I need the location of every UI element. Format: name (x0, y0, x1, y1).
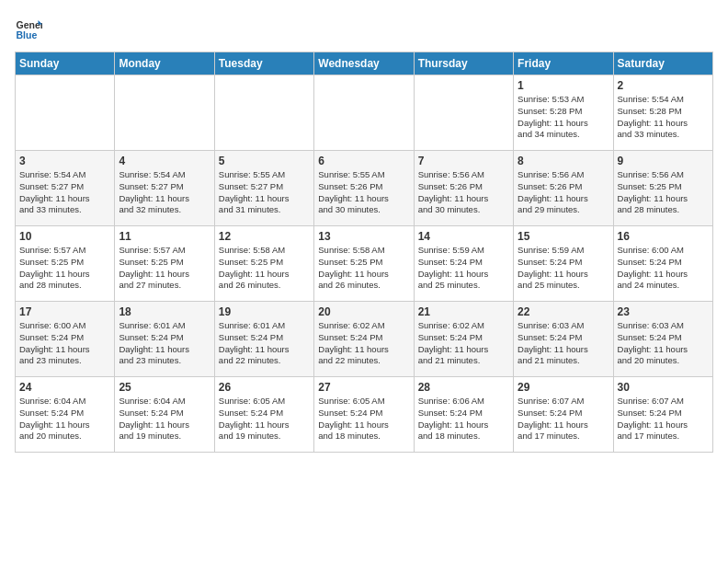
calendar-cell: 8Sunrise: 5:56 AM Sunset: 5:26 PM Daylig… (514, 151, 613, 226)
calendar-cell: 17Sunrise: 6:00 AM Sunset: 5:24 PM Dayli… (16, 302, 115, 377)
weekday-header-tuesday: Tuesday (214, 52, 313, 75)
weekday-header-saturday: Saturday (613, 52, 712, 75)
day-number: 23 (618, 305, 709, 318)
day-number: 30 (618, 381, 709, 394)
calendar-cell: 22Sunrise: 6:03 AM Sunset: 5:24 PM Dayli… (514, 302, 613, 377)
day-number: 5 (219, 155, 310, 167)
calendar-cell: 11Sunrise: 5:57 AM Sunset: 5:25 PM Dayli… (115, 226, 214, 302)
calendar-cell: 19Sunrise: 6:01 AM Sunset: 5:24 PM Dayli… (214, 302, 313, 377)
day-info: Sunrise: 6:00 AM Sunset: 5:24 PM Dayligh… (19, 320, 110, 367)
calendar-cell: 9Sunrise: 5:56 AM Sunset: 5:25 PM Daylig… (613, 151, 712, 226)
calendar-cell: 14Sunrise: 5:59 AM Sunset: 5:24 PM Dayli… (414, 226, 513, 302)
calendar-cell: 4Sunrise: 5:54 AM Sunset: 5:27 PM Daylig… (115, 151, 214, 226)
calendar-cell: 30Sunrise: 6:07 AM Sunset: 5:24 PM Dayli… (613, 377, 712, 453)
calendar-cell: 28Sunrise: 6:06 AM Sunset: 5:24 PM Dayli… (414, 377, 513, 453)
day-number: 10 (19, 230, 110, 243)
day-info: Sunrise: 5:57 AM Sunset: 5:25 PM Dayligh… (19, 245, 110, 292)
day-number: 3 (19, 155, 110, 167)
day-number: 22 (518, 305, 609, 318)
day-info: Sunrise: 6:05 AM Sunset: 5:24 PM Dayligh… (219, 396, 310, 442)
calendar-cell (414, 75, 513, 151)
calendar-week-2: 3Sunrise: 5:54 AM Sunset: 5:27 PM Daylig… (16, 151, 713, 226)
logo: General Blue (15, 15, 42, 42)
day-number: 11 (119, 230, 210, 243)
day-info: Sunrise: 6:04 AM Sunset: 5:24 PM Dayligh… (19, 396, 110, 442)
calendar-cell: 3Sunrise: 5:54 AM Sunset: 5:27 PM Daylig… (16, 151, 115, 226)
day-number: 14 (418, 230, 509, 243)
calendar-cell: 16Sunrise: 6:00 AM Sunset: 5:24 PM Dayli… (613, 226, 712, 302)
day-number: 18 (119, 305, 210, 318)
day-info: Sunrise: 5:53 AM Sunset: 5:28 PM Dayligh… (518, 94, 609, 141)
day-info: Sunrise: 6:00 AM Sunset: 5:24 PM Dayligh… (618, 245, 709, 292)
calendar-cell: 29Sunrise: 6:07 AM Sunset: 5:24 PM Dayli… (514, 377, 613, 453)
day-info: Sunrise: 6:01 AM Sunset: 5:24 PM Dayligh… (119, 320, 210, 367)
day-info: Sunrise: 6:04 AM Sunset: 5:24 PM Dayligh… (119, 396, 210, 442)
day-info: Sunrise: 5:55 AM Sunset: 5:26 PM Dayligh… (318, 169, 409, 216)
calendar-cell (16, 75, 115, 151)
weekday-header-thursday: Thursday (414, 52, 513, 75)
page-header: General Blue (15, 15, 713, 42)
calendar-cell: 7Sunrise: 5:56 AM Sunset: 5:26 PM Daylig… (414, 151, 513, 226)
day-info: Sunrise: 6:03 AM Sunset: 5:24 PM Dayligh… (618, 320, 709, 367)
calendar-cell: 20Sunrise: 6:02 AM Sunset: 5:24 PM Dayli… (314, 302, 414, 377)
calendar-week-3: 10Sunrise: 5:57 AM Sunset: 5:25 PM Dayli… (16, 226, 713, 302)
calendar-cell: 13Sunrise: 5:58 AM Sunset: 5:25 PM Dayli… (314, 226, 414, 302)
calendar-cell: 1Sunrise: 5:53 AM Sunset: 5:28 PM Daylig… (514, 75, 613, 151)
calendar-cell (115, 75, 214, 151)
day-info: Sunrise: 5:54 AM Sunset: 5:27 PM Dayligh… (19, 169, 110, 216)
weekday-header-friday: Friday (514, 52, 613, 75)
day-info: Sunrise: 5:59 AM Sunset: 5:24 PM Dayligh… (418, 245, 509, 292)
calendar-week-4: 17Sunrise: 6:00 AM Sunset: 5:24 PM Dayli… (16, 302, 713, 377)
calendar-cell: 25Sunrise: 6:04 AM Sunset: 5:24 PM Dayli… (115, 377, 214, 453)
calendar-cell: 27Sunrise: 6:05 AM Sunset: 5:24 PM Dayli… (314, 377, 414, 453)
calendar-cell: 2Sunrise: 5:54 AM Sunset: 5:28 PM Daylig… (613, 75, 712, 151)
day-number: 25 (119, 381, 210, 394)
day-number: 27 (318, 381, 409, 394)
day-number: 1 (518, 79, 609, 92)
weekday-header-monday: Monday (115, 52, 214, 75)
day-info: Sunrise: 5:56 AM Sunset: 5:25 PM Dayligh… (618, 169, 709, 216)
day-info: Sunrise: 5:56 AM Sunset: 5:26 PM Dayligh… (518, 169, 609, 216)
day-number: 26 (219, 381, 310, 394)
day-number: 17 (19, 305, 110, 318)
calendar-cell: 23Sunrise: 6:03 AM Sunset: 5:24 PM Dayli… (613, 302, 712, 377)
day-info: Sunrise: 6:03 AM Sunset: 5:24 PM Dayligh… (518, 320, 609, 367)
day-number: 4 (119, 155, 210, 167)
day-info: Sunrise: 6:05 AM Sunset: 5:24 PM Dayligh… (318, 396, 409, 442)
calendar-cell (314, 75, 414, 151)
day-info: Sunrise: 5:55 AM Sunset: 5:27 PM Dayligh… (219, 169, 310, 216)
calendar-cell: 6Sunrise: 5:55 AM Sunset: 5:26 PM Daylig… (314, 151, 414, 226)
calendar-cell: 24Sunrise: 6:04 AM Sunset: 5:24 PM Dayli… (16, 377, 115, 453)
day-number: 16 (618, 230, 709, 243)
calendar-cell: 5Sunrise: 5:55 AM Sunset: 5:27 PM Daylig… (214, 151, 313, 226)
calendar-cell: 15Sunrise: 5:59 AM Sunset: 5:24 PM Dayli… (514, 226, 613, 302)
day-info: Sunrise: 6:02 AM Sunset: 5:24 PM Dayligh… (318, 320, 409, 367)
day-info: Sunrise: 5:54 AM Sunset: 5:27 PM Dayligh… (119, 169, 210, 216)
day-number: 7 (418, 155, 509, 167)
calendar-cell (214, 75, 313, 151)
day-info: Sunrise: 5:54 AM Sunset: 5:28 PM Dayligh… (618, 94, 709, 141)
day-info: Sunrise: 6:07 AM Sunset: 5:24 PM Dayligh… (518, 396, 609, 442)
day-number: 13 (318, 230, 409, 243)
day-number: 9 (618, 155, 709, 167)
day-number: 12 (219, 230, 310, 243)
calendar-cell: 18Sunrise: 6:01 AM Sunset: 5:24 PM Dayli… (115, 302, 214, 377)
logo-icon: General Blue (15, 15, 42, 42)
calendar-week-1: 1Sunrise: 5:53 AM Sunset: 5:28 PM Daylig… (16, 75, 713, 151)
day-info: Sunrise: 5:59 AM Sunset: 5:24 PM Dayligh… (518, 245, 609, 292)
day-info: Sunrise: 5:58 AM Sunset: 5:25 PM Dayligh… (318, 245, 409, 292)
calendar-cell: 21Sunrise: 6:02 AM Sunset: 5:24 PM Dayli… (414, 302, 513, 377)
day-number: 29 (518, 381, 609, 394)
day-info: Sunrise: 5:58 AM Sunset: 5:25 PM Dayligh… (219, 245, 310, 292)
calendar-table: SundayMondayTuesdayWednesdayThursdayFrid… (15, 52, 713, 453)
day-info: Sunrise: 6:01 AM Sunset: 5:24 PM Dayligh… (219, 320, 310, 367)
day-number: 24 (19, 381, 110, 394)
weekday-header-sunday: Sunday (16, 52, 115, 75)
calendar-cell: 12Sunrise: 5:58 AM Sunset: 5:25 PM Dayli… (214, 226, 313, 302)
calendar-cell: 10Sunrise: 5:57 AM Sunset: 5:25 PM Dayli… (16, 226, 115, 302)
calendar-cell: 26Sunrise: 6:05 AM Sunset: 5:24 PM Dayli… (214, 377, 313, 453)
day-info: Sunrise: 6:02 AM Sunset: 5:24 PM Dayligh… (418, 320, 509, 367)
day-number: 2 (618, 79, 709, 92)
day-number: 15 (518, 230, 609, 243)
day-number: 19 (219, 305, 310, 318)
